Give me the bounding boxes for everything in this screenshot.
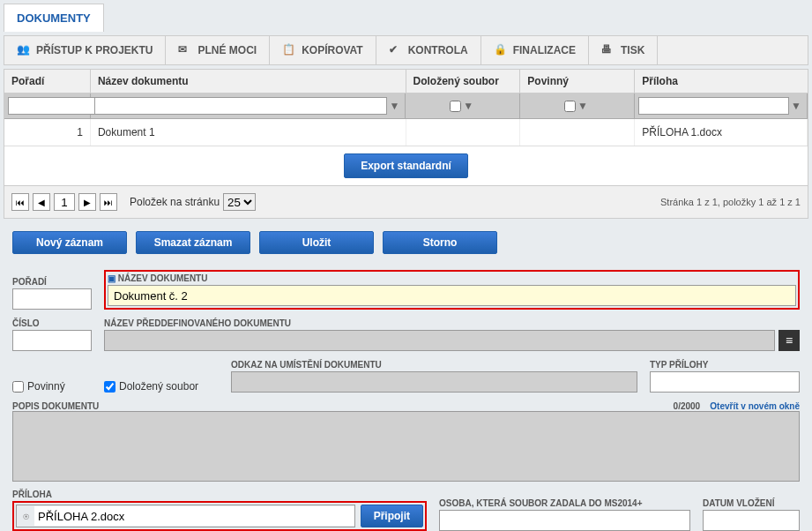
filter-icon[interactable]: ▼ — [791, 100, 803, 112]
filter-icon[interactable]: ▼ — [389, 100, 401, 112]
typ-input[interactable] — [650, 371, 800, 393]
cislo-label: ČÍSLO — [12, 318, 92, 328]
filter-dolozeny-checkbox[interactable] — [450, 101, 461, 112]
th-nazev[interactable]: Název dokumentu — [91, 70, 406, 93]
filter-povinny-checkbox[interactable] — [564, 101, 576, 112]
th-poradi[interactable]: Pořadí — [4, 70, 91, 93]
nazev-highlight: NÁZEV DOKUMENTU — [104, 270, 800, 310]
attachment-icon: ⍟ — [17, 510, 34, 522]
documents-table: Pořadí Název dokumentu Doložený soubor P… — [4, 69, 808, 219]
poradi-label: POŘADÍ — [12, 277, 92, 287]
datum-label: DATUM VLOŽENÍ — [703, 498, 800, 508]
popis-counter: 0/2000 — [674, 401, 701, 411]
table-row[interactable]: 1 Dokument 1 PŘÍLOHA 1.docx — [4, 119, 808, 146]
poradi-input[interactable] — [12, 288, 92, 310]
pager-items-select[interactable]: 25 — [223, 193, 256, 211]
th-priloha[interactable]: Příloha — [635, 70, 808, 93]
pager-next[interactable]: ▶ — [78, 193, 96, 211]
typ-label: TYP PŘÍLOHY — [650, 360, 800, 370]
tab-dokumenty[interactable]: DOKUMENTY — [4, 4, 104, 32]
filter-icon[interactable]: ▼ — [577, 100, 590, 112]
toolbar-kopirovat[interactable]: 📋KOPÍROVAT — [270, 36, 376, 64]
toolbar-finalizace[interactable]: 🔒FINALIZACE — [481, 36, 589, 64]
toolbar-pristup[interactable]: 👥PŘÍSTUP K PROJEKTU — [4, 36, 166, 64]
odkaz-label: ODKAZ NA UMÍSTĚNÍ DOKUMENTU — [231, 360, 637, 370]
popis-label: POPIS DOKUMENTU — [12, 401, 99, 411]
pager-first[interactable]: ⏮ — [11, 193, 29, 211]
storno-button[interactable]: Storno — [383, 231, 497, 254]
nazev-input[interactable] — [108, 285, 796, 306]
osoba-label: OSOBA, KTERÁ SOUBOR ZADALA DO MS2014+ — [439, 498, 690, 508]
novy-zaznam-button[interactable]: Nový záznam — [12, 231, 127, 254]
dolozeny-checkbox[interactable] — [104, 381, 115, 393]
check-icon: ✔ — [389, 43, 403, 57]
toolbar-plne-moci[interactable]: ✉PLNÉ MOCI — [166, 36, 270, 64]
pager-last[interactable]: ⏭ — [100, 193, 117, 211]
povinny-checkbox[interactable] — [12, 381, 24, 393]
priloha-label: PŘÍLOHA — [12, 490, 427, 499]
smazat-zaznam-button[interactable]: Smazat záznam — [136, 231, 250, 254]
nazev-label: NÁZEV DOKUMENTU — [108, 273, 796, 283]
datum-input[interactable] — [703, 510, 800, 531]
copy-icon: 📋 — [282, 43, 296, 57]
popis-textarea[interactable] — [12, 411, 800, 482]
filter-priloha[interactable] — [638, 97, 789, 115]
toolbar-kontrola[interactable]: ✔KONTROLA — [376, 36, 481, 64]
print-icon: 🖶 — [601, 43, 615, 57]
preddef-input[interactable] — [104, 330, 775, 351]
filter-icon[interactable]: ▼ — [463, 100, 475, 112]
pager-prev[interactable]: ◀ — [33, 193, 50, 211]
povinny-label: Povinný — [27, 380, 65, 393]
popis-open-link[interactable]: Otevřít v novém okně — [710, 401, 800, 411]
lock-icon: 🔒 — [494, 43, 508, 57]
priloha-highlight: ⍟ Připojit — [12, 501, 427, 531]
pripojit-button[interactable]: Připojit — [361, 505, 423, 527]
th-dolozeny[interactable]: Doložený soubor — [406, 70, 521, 93]
odkaz-input[interactable] — [231, 371, 637, 393]
preddef-label: NÁZEV PŘEDDEFINOVANÉHO DOKUMENTU — [104, 318, 800, 328]
toolbar-tisk[interactable]: 🖶TISK — [589, 36, 658, 64]
pager-items-label: Položek na stránku — [130, 196, 220, 208]
th-povinny[interactable]: Povinný — [520, 70, 635, 93]
dolozeny-label: Doložený soubor — [119, 380, 198, 393]
people-icon: 👥 — [17, 43, 31, 57]
preddef-list-button[interactable]: ≡ — [778, 330, 800, 351]
osoba-input[interactable] — [439, 510, 690, 531]
mail-icon: ✉ — [178, 43, 192, 57]
pager-info: Stránka 1 z 1, položky 1 až 1 z 1 — [660, 197, 801, 207]
main-toolbar: 👥PŘÍSTUP K PROJEKTU ✉PLNÉ MOCI 📋KOPÍROVA… — [4, 35, 808, 65]
ulozit-button[interactable]: Uložit — [259, 231, 374, 254]
export-button[interactable]: Export standardní — [344, 153, 468, 178]
pager-page-input[interactable] — [54, 193, 75, 211]
filter-nazev[interactable] — [94, 97, 387, 115]
priloha-input[interactable] — [34, 506, 354, 526]
cislo-input[interactable] — [12, 330, 92, 351]
